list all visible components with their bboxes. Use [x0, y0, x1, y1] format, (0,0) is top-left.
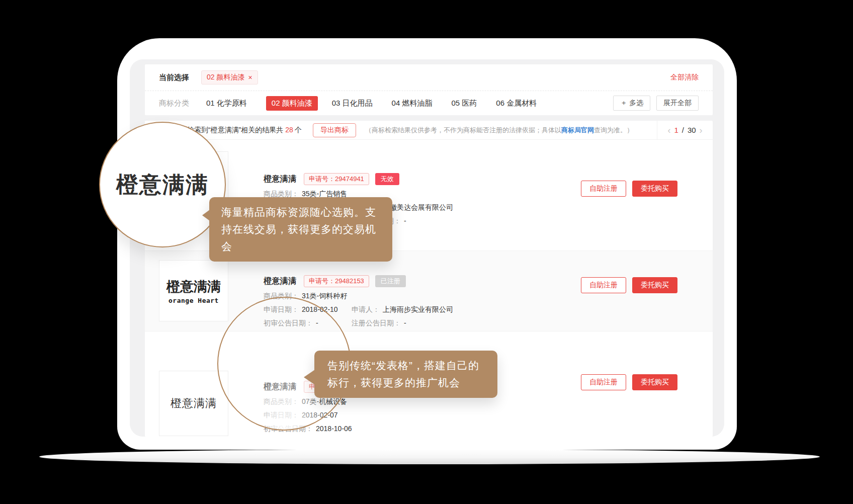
page-separator: / — [682, 126, 684, 134]
application-number-value: 29482153 — [335, 277, 364, 285]
self-register-button[interactable]: 自助注册 — [581, 374, 626, 390]
trademark-office-link[interactable]: 商标局官网 — [561, 126, 594, 134]
clear-all-link[interactable]: 全部清除 — [670, 73, 699, 82]
self-register-button[interactable]: 自助注册 — [581, 277, 626, 293]
self-register-button[interactable]: 自助注册 — [581, 181, 626, 197]
result-row: 橙意满满 orange Heart 橙意满满 申请号：29482153 已注册 … — [145, 251, 713, 331]
results-header: 当前分类检索到“橙意满满”相关的结果共28个 导出商标 （商标检索结果仅供参考，… — [145, 121, 713, 140]
status-badge: 已注册 — [375, 275, 406, 287]
laptop-base — [39, 449, 820, 464]
row-actions: 自助注册 委托购买 — [581, 277, 677, 293]
field-value: 安徽美达会展有限公司 — [383, 203, 453, 212]
filter-panel: 当前选择 02 颜料油漆 × 全部清除 商标分类 01 化学原料 02 颜料油漆… — [145, 64, 713, 115]
current-page: 1 — [674, 126, 678, 134]
trademark-image[interactable]: 橙意满满 — [159, 371, 228, 436]
trademark-name: 橙意满满 — [264, 276, 297, 287]
field-value: - — [404, 216, 406, 225]
expand-all-button[interactable]: 展开全部 — [656, 96, 699, 111]
application-number-label: 申请号： — [309, 175, 335, 183]
field-value: 上海雨步实业有限公司 — [383, 305, 453, 314]
magnifier-circle-trademark: 橙意满满 — [99, 122, 226, 247]
trademark-image-subtext: orange Heart — [168, 297, 219, 304]
current-selection-label: 当前选择 — [159, 73, 189, 82]
row-actions: 自助注册 委托购买 — [581, 181, 677, 197]
page-background: 当前选择 02 颜料油漆 × 全部清除 商标分类 01 化学原料 02 颜料油漆… — [0, 0, 853, 504]
application-number-tag: 申请号：29474941 — [304, 173, 369, 185]
field-value: 31类-饲料种籽 — [302, 291, 347, 300]
trademark-image-text: 橙意满满 — [170, 396, 217, 411]
next-page-icon[interactable]: › — [700, 126, 703, 135]
field-label: 注册公告日期： — [352, 318, 401, 327]
application-number-value: 29474941 — [335, 175, 364, 183]
selected-filter-tag[interactable]: 02 颜料油漆 × — [201, 70, 258, 85]
category-06[interactable]: 06 金属材料 — [496, 99, 537, 108]
category-row-label: 商标分类 — [159, 99, 189, 108]
trademark-name: 橙意满满 — [264, 174, 297, 185]
field-value: 2018-10-06 — [316, 424, 352, 433]
results-count: 28 — [285, 126, 293, 134]
disclaimer-prefix: （商标检索结果仅供参考，不作为商标能否注册的法律依据；具体以 — [365, 126, 561, 134]
category-05[interactable]: 05 医药 — [451, 99, 477, 108]
field-label: 申请人： — [352, 305, 380, 314]
status-badge: 无效 — [375, 173, 399, 185]
row-actions: 自助注册 委托购买 — [581, 374, 677, 390]
entrust-purchase-button[interactable]: 委托购买 — [632, 374, 677, 390]
category-row: 商标分类 01 化学原料 02 颜料油漆 03 日化用品 04 燃料油脂 05 … — [145, 91, 713, 115]
application-number-tag: 申请号：29482153 — [304, 275, 369, 287]
trademark-image-text: 橙意满满 — [166, 278, 221, 296]
prev-page-icon[interactable]: ‹ — [667, 126, 670, 135]
selected-filter-tag-label: 02 颜料油漆 — [207, 73, 244, 82]
category-01[interactable]: 01 化学原料 — [206, 99, 247, 108]
magnified-trademark-text: 橙意满满 — [116, 170, 209, 200]
export-trademark-button[interactable]: 导出商标 — [313, 123, 356, 137]
entrust-purchase-button[interactable]: 委托购买 — [632, 277, 677, 293]
pagination: ‹ 1 / 30 › — [657, 121, 713, 139]
category-04[interactable]: 04 燃料油脂 — [392, 99, 433, 108]
entrust-purchase-button[interactable]: 委托购买 — [632, 181, 677, 197]
application-number-label: 申请号： — [309, 277, 335, 285]
current-selection-row: 当前选择 02 颜料油漆 × 全部清除 — [145, 64, 713, 91]
disclaimer-suffix: 查询为准。） — [594, 126, 633, 134]
multi-select-button[interactable]: ＋ 多选 — [613, 96, 650, 111]
trademark-image[interactable]: 橙意满满 orange Heart — [159, 260, 228, 321]
field-value: - — [404, 318, 406, 327]
tooltip-marketplace: 海量精品商标资源随心选购。支持在线交易，获得更多的交易机会 — [209, 197, 392, 262]
total-pages: 30 — [688, 126, 696, 134]
summary-suffix: 个 — [295, 126, 302, 134]
remove-tag-icon[interactable]: × — [248, 74, 252, 81]
category-03[interactable]: 03 日化用品 — [332, 99, 373, 108]
category-02-selected[interactable]: 02 颜料油漆 — [266, 96, 318, 111]
tooltip-promotion: 告别传统“发表格”，搭建自己的标行，获得更多的推广机会 — [314, 351, 497, 398]
